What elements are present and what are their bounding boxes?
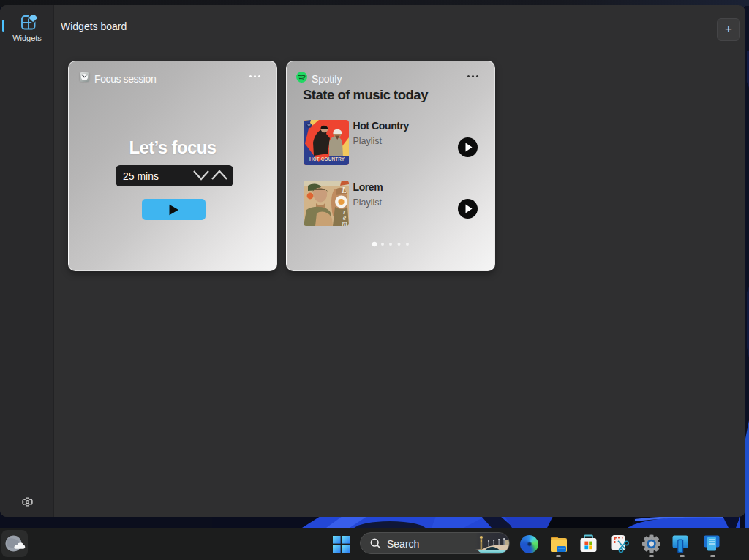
svg-text:m: m (342, 219, 347, 226)
svg-text:HOT COUNTRY: HOT COUNTRY (309, 156, 345, 162)
svg-text:L: L (341, 184, 347, 195)
